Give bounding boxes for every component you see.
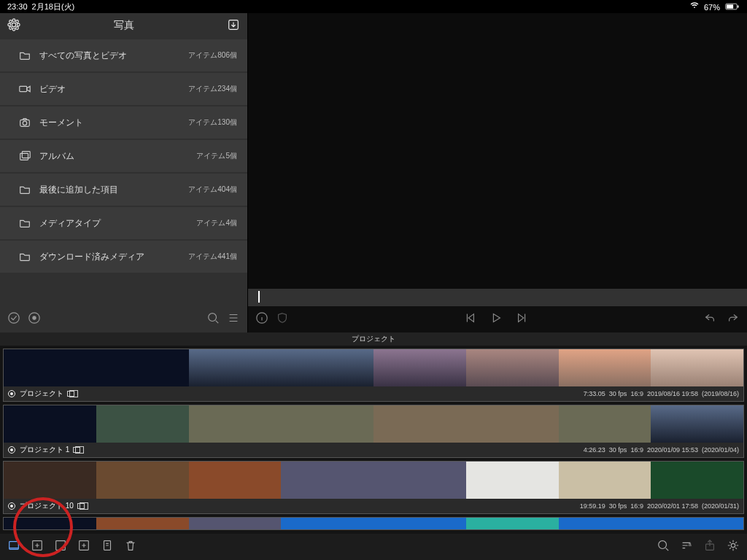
project-card-0[interactable]: プロジェクト7:33.05 30 fps 16:9 2019/08/16 19:… xyxy=(3,349,744,402)
record-icon[interactable] xyxy=(28,311,41,327)
thumbnail xyxy=(4,462,96,499)
sidebar-item-label: アルバム xyxy=(39,150,196,163)
status-right: 67% xyxy=(687,1,740,12)
thumbnail xyxy=(189,518,282,529)
project-name: プロジェクト xyxy=(20,389,63,399)
svg-point-10 xyxy=(9,26,12,29)
thumbnail xyxy=(466,349,559,386)
settings-flower-icon[interactable] xyxy=(6,18,22,34)
box-icon[interactable] xyxy=(54,539,67,555)
thumbnail xyxy=(466,405,559,443)
sidebar-item-count: アイテム441個 xyxy=(188,252,237,262)
thumbnail xyxy=(281,349,374,386)
thumbnail xyxy=(559,405,651,443)
folder-icon xyxy=(10,49,39,62)
svg-rect-2 xyxy=(727,4,733,8)
project-card-2[interactable]: プロジェクト 1019:59.19 30 fps 16:9 2020/02/01… xyxy=(3,461,744,514)
folder-icon xyxy=(10,250,39,263)
thumbnail xyxy=(189,349,282,386)
project-info: 7:33.05 30 fps 16:9 2019/08/16 19:58 (20… xyxy=(584,390,739,397)
svg-point-5 xyxy=(12,28,15,31)
sidebar-item-3[interactable]: アルバムアイテム5個 xyxy=(0,140,247,172)
svg-point-4 xyxy=(12,18,15,21)
thumbnail xyxy=(466,462,559,499)
project-card-1[interactable]: プロジェクト 14:26.23 30 fps 16:9 2020/01/09 1… xyxy=(3,405,744,458)
preview-area[interactable] xyxy=(248,13,747,289)
settings-icon[interactable] xyxy=(727,539,740,555)
thumbnail xyxy=(559,462,651,499)
stack-icon xyxy=(73,447,80,453)
shield-icon[interactable] xyxy=(276,311,289,327)
search-icon[interactable] xyxy=(206,311,220,327)
stack-icon xyxy=(77,503,85,509)
sidebar-item-count: アイテム806個 xyxy=(188,50,237,61)
redo-icon[interactable] xyxy=(727,311,740,327)
add-icon[interactable] xyxy=(31,539,44,555)
sidebar-item-count: アイテム234個 xyxy=(188,84,237,94)
thumbnail xyxy=(651,518,743,529)
next-icon[interactable] xyxy=(516,311,529,327)
svg-rect-1 xyxy=(738,5,739,7)
sidebar-item-4[interactable]: 最後に追加した項目アイテム404個 xyxy=(0,174,247,206)
folder-icon xyxy=(10,183,39,196)
sidebar-item-label: モーメント xyxy=(39,117,188,129)
sidebar-item-5[interactable]: メディアタイプアイテム4個 xyxy=(0,207,247,239)
sidebar-item-count: アイテム404個 xyxy=(188,184,237,195)
status-date: 2月18日(火) xyxy=(32,1,75,12)
thumbnail xyxy=(96,462,189,499)
thumbnail xyxy=(374,349,466,386)
sidebar-item-label: 最後に追加した項目 xyxy=(39,184,188,196)
prev-icon[interactable] xyxy=(463,311,476,327)
folder-icon xyxy=(10,217,39,230)
search-icon-bottom[interactable] xyxy=(657,539,670,555)
svg-rect-25 xyxy=(56,541,66,551)
sidebar-item-label: ダウンロード済みメディア xyxy=(39,251,188,263)
svg-point-31 xyxy=(731,543,735,547)
thumbnail xyxy=(189,462,282,499)
media-browser-panel: 写真 すべての写真とビデオアイテム806個ビデオアイテム234個モーメントアイテ… xyxy=(0,13,248,332)
sidebar-item-6[interactable]: ダウンロード済みメディアアイテム441個 xyxy=(0,241,247,273)
sidebar-item-count: アイテム130個 xyxy=(188,117,237,128)
filter-icon[interactable] xyxy=(101,539,114,555)
sort-icon[interactable]: a xyxy=(680,539,693,555)
info-icon[interactable] xyxy=(255,311,268,327)
checkmark-circle-icon[interactable] xyxy=(7,311,20,327)
sidebar-item-1[interactable]: ビデオアイテム234個 xyxy=(0,73,247,105)
svg-rect-13 xyxy=(20,86,27,91)
svg-point-6 xyxy=(8,23,11,26)
stack-icon xyxy=(67,391,74,397)
status-bar: 23:30 2月18日(火) 67% xyxy=(0,0,747,13)
sidebar-item-2[interactable]: モーメントアイテム130個 xyxy=(0,106,247,139)
thumbnail xyxy=(466,518,559,529)
selected-dot-icon xyxy=(8,502,15,510)
list-toggle-icon[interactable] xyxy=(227,311,240,327)
play-icon[interactable] xyxy=(489,311,503,327)
share-icon[interactable] xyxy=(703,539,716,555)
thumbnail xyxy=(4,405,96,443)
sidebar-item-0[interactable]: すべての写真とビデオアイテム806個 xyxy=(0,39,247,71)
add2-icon[interactable] xyxy=(77,539,90,555)
thumbnail xyxy=(651,462,743,499)
svg-text:a: a xyxy=(689,541,692,548)
bottom-toolbar: a xyxy=(0,534,747,560)
albums-icon xyxy=(10,149,39,163)
thumbnail xyxy=(651,349,743,386)
project-view-icon[interactable] xyxy=(7,539,20,555)
project-info: 19:59.19 30 fps 16:9 2020/02/01 17:58 (2… xyxy=(580,502,739,510)
video-icon xyxy=(10,82,39,96)
selected-dot-icon xyxy=(8,390,15,397)
thumbnail xyxy=(189,405,282,443)
preview-panel xyxy=(248,13,747,332)
import-icon[interactable] xyxy=(225,18,241,34)
svg-point-15 xyxy=(23,121,26,125)
project-list[interactable]: プロジェクト7:33.05 30 fps 16:9 2019/08/16 19:… xyxy=(0,346,747,534)
svg-point-8 xyxy=(9,20,12,23)
battery-text: 67% xyxy=(704,3,720,12)
project-name: プロジェクト 10 xyxy=(20,501,74,511)
projects-header: プロジェクト xyxy=(0,332,747,346)
undo-icon[interactable] xyxy=(703,311,716,327)
playhead-strip[interactable] xyxy=(248,289,747,306)
thumbnail xyxy=(374,462,466,499)
trash-icon[interactable] xyxy=(124,539,137,555)
thumbnail xyxy=(281,518,374,529)
